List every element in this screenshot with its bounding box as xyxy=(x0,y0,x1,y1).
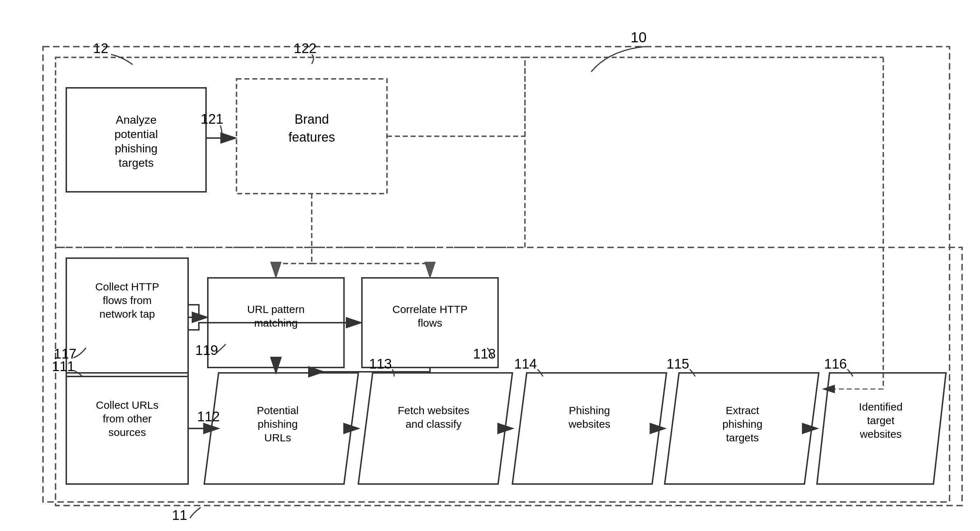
diagram: 10 12 122 121 11 117 119 118 111 112 113 xyxy=(0,0,980,531)
fetch-websites-line2: and classify xyxy=(406,418,462,430)
collect-http-line2: flows from xyxy=(103,294,152,306)
correlate-line1: Correlate HTTP xyxy=(392,303,468,315)
analyze-text-line3: phishing xyxy=(115,142,157,155)
identified-target-line2: target xyxy=(867,415,895,426)
label-116: 116 xyxy=(824,356,847,372)
label-10: 10 xyxy=(631,29,647,45)
diagram-svg: 10 12 122 121 11 117 119 118 111 112 113 xyxy=(0,0,980,531)
collect-urls-line2: from other xyxy=(103,413,152,424)
potential-phishing-line1: Potential xyxy=(257,404,299,416)
analyze-text-line1: Analyze xyxy=(116,113,157,126)
correlate-line2: flows xyxy=(418,317,442,329)
extract-phishing-line3: targets xyxy=(726,432,759,443)
url-pattern-line2: matching xyxy=(254,317,298,329)
brand-text-line2: features xyxy=(288,130,335,145)
brand-text-line1: Brand xyxy=(294,112,329,127)
identified-target-line1: Identified xyxy=(859,401,903,413)
label-114: 114 xyxy=(514,356,537,372)
url-pattern-line1: URL pattern xyxy=(247,303,305,315)
svg-rect-11 xyxy=(56,247,962,505)
label-112: 112 xyxy=(197,409,220,424)
fetch-websites-line1: Fetch websites xyxy=(398,404,469,416)
collect-http-line3: network tap xyxy=(99,308,155,320)
label-11: 11 xyxy=(172,508,187,523)
label-12: 12 xyxy=(93,41,108,56)
extract-phishing-line1: Extract xyxy=(725,404,759,416)
phishing-websites-line2: websites xyxy=(568,418,611,430)
label-111: 111 xyxy=(52,359,75,374)
potential-phishing-line3: URLs xyxy=(264,432,291,443)
collect-urls-line1: Collect URLs xyxy=(95,399,158,411)
collect-http-line1: Collect HTTP xyxy=(95,281,159,293)
label-118: 118 xyxy=(473,346,496,361)
label-122: 122 xyxy=(294,41,317,56)
svg-rect-0 xyxy=(43,46,950,502)
extract-phishing-line2: phishing xyxy=(722,418,762,430)
label-115: 115 xyxy=(667,356,689,372)
collect-urls-line3: sources xyxy=(108,426,146,438)
potential-phishing-line2: phishing xyxy=(258,418,298,430)
analyze-text-line4: targets xyxy=(119,156,154,169)
identified-target-line3: websites xyxy=(860,428,902,440)
phishing-websites-line1: Phishing xyxy=(569,404,610,416)
analyze-text-line2: potential xyxy=(115,128,158,140)
label-121: 121 xyxy=(200,112,223,127)
label-119: 119 xyxy=(195,343,218,358)
label-113: 113 xyxy=(369,356,391,372)
